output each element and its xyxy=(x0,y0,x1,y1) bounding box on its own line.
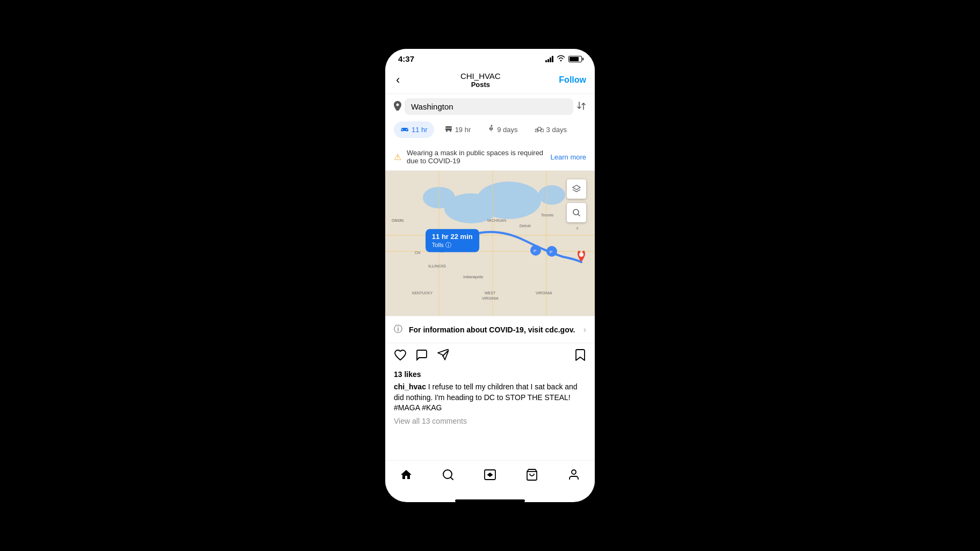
tab-transit[interactable]: 19 hr xyxy=(438,121,478,138)
walk-icon xyxy=(488,125,494,135)
post-actions xyxy=(385,343,595,370)
swap-directions-button[interactable] xyxy=(577,101,586,113)
svg-text:ILLINOIS: ILLINOIS xyxy=(428,264,446,269)
post-content: 13 likes chi_hvac I refuse to tell my ch… xyxy=(385,370,595,431)
nav-shop-button[interactable] xyxy=(519,466,545,487)
header: ‹ CHI_HVAC Posts Follow xyxy=(385,67,595,94)
phone-frame: 4:37 ‹ CHI_HVAC Posts xyxy=(385,49,595,502)
header-username: CHI_HVAC xyxy=(460,71,501,81)
route-tolls: Tolls ⓘ xyxy=(432,241,473,249)
car-icon xyxy=(400,126,409,134)
home-indicator xyxy=(455,499,525,502)
location-bar xyxy=(385,94,595,119)
post-username[interactable]: chi_hvac xyxy=(394,382,426,391)
svg-point-1 xyxy=(446,130,448,132)
destination-input[interactable] xyxy=(405,98,573,115)
svg-text:MICHIGAN: MICHIGAN xyxy=(487,219,506,222)
bike-icon xyxy=(535,126,544,134)
transport-tabs: 11 hr 19 hr 9 days xyxy=(385,119,595,143)
covid-info-row[interactable]: ⓘ For information about COVID-19, visit … xyxy=(385,316,595,343)
tab-cycling-label: 3 days xyxy=(546,126,567,134)
covid-info-text: For information about COVID-19, visit cd… xyxy=(409,325,577,334)
route-time: 11 hr 22 min xyxy=(432,232,473,240)
location-pin-icon xyxy=(394,101,401,112)
map-svg: ILLINOIS Indianapolis Chi MICHIGAN Toron… xyxy=(385,171,595,316)
svg-point-2 xyxy=(450,130,451,132)
tab-driving-label: 11 hr xyxy=(412,126,428,134)
tab-walking[interactable]: 9 days xyxy=(481,121,524,138)
back-button[interactable]: ‹ xyxy=(394,71,402,89)
svg-text:Chi: Chi xyxy=(415,251,421,255)
svg-point-6 xyxy=(541,129,544,132)
post-caption: chi_hvac I refuse to tell my children th… xyxy=(394,382,586,414)
svg-text:P: P xyxy=(550,250,552,255)
bookmark-button[interactable] xyxy=(574,349,586,364)
nav-home-button[interactable] xyxy=(393,466,419,487)
tab-transit-label: 19 hr xyxy=(455,126,471,134)
nav-profile-button[interactable] xyxy=(561,466,587,487)
svg-point-4 xyxy=(491,125,493,127)
map-area[interactable]: ILLINOIS Indianapolis Chi MICHIGAN Toron… xyxy=(385,171,595,316)
svg-text:Toronto: Toronto xyxy=(541,213,553,217)
bottom-nav xyxy=(385,460,595,497)
chevron-right-icon: › xyxy=(583,325,586,335)
status-icons xyxy=(545,55,582,63)
svg-text:VIRGINIA: VIRGINIA xyxy=(536,291,552,295)
svg-point-36 xyxy=(579,252,583,257)
follow-button[interactable]: Follow xyxy=(559,75,586,85)
wifi-icon xyxy=(557,55,565,63)
svg-text:ONSIN: ONSIN xyxy=(392,219,403,222)
bus-icon xyxy=(445,125,452,134)
tab-driving[interactable]: 11 hr xyxy=(394,121,434,138)
map-layers-button[interactable] xyxy=(567,179,586,199)
covid-banner: ⚠ Wearing a mask in public spaces is req… xyxy=(385,143,595,171)
view-comments-button[interactable]: View all 13 comments xyxy=(394,417,586,425)
svg-text:Indianapolis: Indianapolis xyxy=(463,275,484,279)
signal-icon xyxy=(545,56,553,62)
battery-icon xyxy=(568,56,582,62)
covid-warning-text: Wearing a mask in public spaces is requi… xyxy=(407,149,545,165)
warning-icon: ⚠ xyxy=(394,152,401,162)
svg-text:WEST: WEST xyxy=(485,291,496,295)
info-icon: ⓘ xyxy=(394,324,402,335)
comment-button[interactable] xyxy=(415,349,428,365)
svg-rect-3 xyxy=(445,128,452,128)
status-bar: 4:37 xyxy=(385,49,595,67)
share-button[interactable] xyxy=(437,349,449,364)
likes-count: 13 likes xyxy=(394,370,586,379)
svg-point-11 xyxy=(538,185,565,205)
svg-text:Y: Y xyxy=(576,227,579,230)
svg-text:VIRGINIA: VIRGINIA xyxy=(482,296,499,300)
svg-text:P: P xyxy=(534,249,536,253)
svg-text:Detroit: Detroit xyxy=(520,224,531,228)
learn-more-button[interactable]: Learn more xyxy=(551,153,586,161)
nav-search-button[interactable] xyxy=(435,466,461,487)
svg-text:KENTUCKY: KENTUCKY xyxy=(412,291,433,295)
svg-point-41 xyxy=(572,470,576,474)
map-search-button[interactable] xyxy=(567,203,586,222)
route-tooltip: 11 hr 22 min Tolls ⓘ xyxy=(426,229,479,252)
status-time: 4:37 xyxy=(398,54,414,63)
like-button[interactable] xyxy=(394,349,407,365)
tab-cycling[interactable]: 3 days xyxy=(529,121,573,138)
nav-reels-button[interactable] xyxy=(477,466,503,487)
tab-walking-label: 9 days xyxy=(497,126,517,134)
header-center: CHI_HVAC Posts xyxy=(460,71,501,89)
header-posts: Posts xyxy=(460,81,501,89)
